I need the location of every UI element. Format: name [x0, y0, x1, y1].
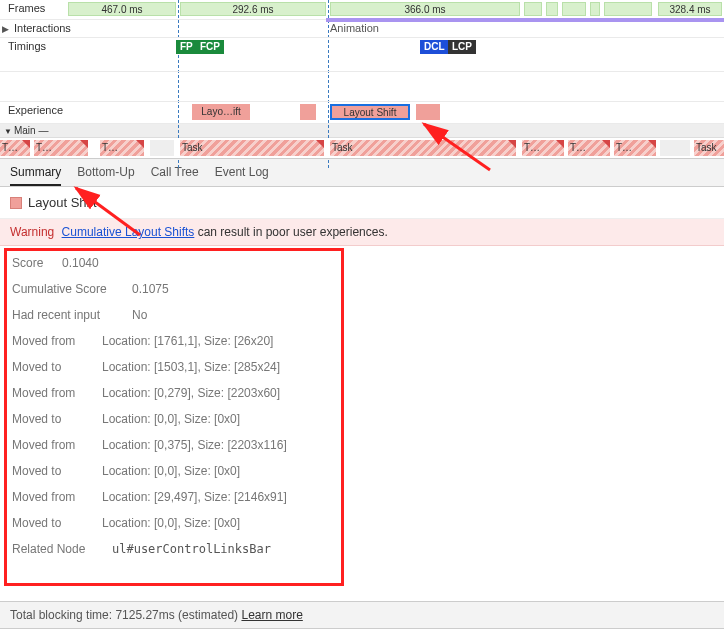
task-block[interactable] [660, 140, 690, 156]
warning-banner: Warning Cumulative Layout Shifts can res… [0, 219, 724, 246]
interactions-track-label: Interactions [14, 22, 71, 34]
related-node-value[interactable]: ul#userControlLinksBar [112, 542, 271, 556]
related-node-key: Related Node [12, 542, 102, 556]
related-node-row: Related Node ul#userControlLinksBar [0, 536, 724, 562]
layout-shift-block[interactable] [416, 104, 440, 120]
layout-shift-swatch [10, 197, 22, 209]
cumulative-value: 0.1075 [132, 282, 169, 296]
warning-label: Warning [10, 225, 54, 239]
task-block[interactable]: T… [0, 140, 30, 156]
event-title: Layout Shift [28, 195, 97, 210]
move-row: Moved from Location: [29,497], Size: [21… [0, 484, 724, 510]
tab-bottom-up[interactable]: Bottom-Up [77, 165, 134, 186]
timings-track: Timings FP FCP DCL LCP [0, 38, 724, 72]
footer-bar: Total blocking time: 7125.27ms (estimate… [0, 601, 724, 628]
timing-lcp[interactable]: LCP [448, 40, 476, 54]
animation-bar[interactable] [326, 18, 724, 22]
experience-track-label: Experience [8, 104, 63, 116]
interactions-track: ▶ Interactions Animation [0, 20, 724, 38]
spacer-track [0, 72, 724, 102]
tab-summary[interactable]: Summary [10, 165, 61, 186]
score-value: 0.1040 [62, 256, 99, 270]
frames-track: Frames 467.0 ms 292.6 ms 366.0 ms 328.4 … [0, 0, 724, 20]
frames-track-label: Frames [8, 2, 45, 14]
main-label: Main [14, 125, 36, 136]
timing-dcl[interactable]: DCL [420, 40, 449, 54]
score-key: Score [12, 256, 52, 270]
task-block[interactable]: T… [34, 140, 88, 156]
move-row: Moved to Location: [0,0], Size: [0x0] [0, 458, 724, 484]
details-tabs: Summary Bottom-Up Call Tree Event Log [0, 159, 724, 187]
cls-link[interactable]: Cumulative Layout Shifts [62, 225, 195, 239]
move-row: Moved to Location: [1503,1], Size: [285x… [0, 354, 724, 380]
layout-shift-block-selected[interactable]: Layout Shift [330, 104, 410, 120]
tab-call-tree[interactable]: Call Tree [151, 165, 199, 186]
task-block[interactable]: Task [330, 140, 516, 156]
recent-input-value: No [132, 308, 147, 322]
frame-block[interactable]: 467.0 ms [68, 2, 176, 16]
move-row: Moved to Location: [0,0], Size: [0x0] [0, 510, 724, 536]
move-row: Moved to Location: [0,0], Size: [0x0] [0, 406, 724, 432]
task-block[interactable]: Task [180, 140, 324, 156]
layout-shift-block[interactable] [300, 104, 316, 120]
learn-more-link[interactable]: Learn more [241, 608, 302, 622]
details-pane: Score 0.1040 Cumulative Score 0.1075 Had… [0, 246, 724, 568]
timings-track-label: Timings [8, 40, 46, 52]
layout-shift-block[interactable]: Layo…ift [192, 104, 250, 120]
timing-fp[interactable]: FP [176, 40, 197, 54]
frame-block[interactable]: 328.4 ms [658, 2, 722, 16]
expand-icon[interactable]: ▶ [2, 24, 9, 34]
recent-input-row: Had recent input No [0, 302, 724, 328]
task-block[interactable]: T… [100, 140, 144, 156]
task-block[interactable]: T… [522, 140, 564, 156]
move-row: Moved from Location: [1761,1], Size: [26… [0, 328, 724, 354]
task-block[interactable]: Task [694, 140, 724, 156]
score-row: Score 0.1040 [0, 250, 724, 276]
recent-input-key: Had recent input [12, 308, 122, 322]
tab-event-log[interactable]: Event Log [215, 165, 269, 186]
move-row: Moved from Location: [0,375], Size: [220… [0, 432, 724, 458]
event-subheader: Layout Shift [0, 187, 724, 219]
task-block[interactable]: T… [614, 140, 656, 156]
cumulative-key: Cumulative Score [12, 282, 122, 296]
move-row: Moved from Location: [0,279], Size: [220… [0, 380, 724, 406]
task-block[interactable] [150, 140, 174, 156]
frame-block[interactable] [546, 2, 558, 16]
frame-block[interactable] [604, 2, 652, 16]
task-row: T… T… T… Task Task T… T… T… Task [0, 138, 724, 158]
frame-block[interactable]: 366.0 ms [330, 2, 520, 16]
experience-track: Experience Layo…ift Layout Shift [0, 102, 724, 124]
collapse-icon: ▼ [4, 127, 12, 136]
animation-label: Animation [330, 22, 379, 34]
frame-block[interactable] [562, 2, 586, 16]
timing-fcp[interactable]: FCP [196, 40, 224, 54]
frame-block[interactable] [524, 2, 542, 16]
blocking-time-text: Total blocking time: 7125.27ms (estimate… [10, 608, 241, 622]
frame-block[interactable]: 292.6 ms [180, 2, 326, 16]
task-block[interactable]: T… [568, 140, 610, 156]
timeline-area: Frames 467.0 ms 292.6 ms 366.0 ms 328.4 … [0, 0, 724, 159]
cumulative-row: Cumulative Score 0.1075 [0, 276, 724, 302]
main-thread-header[interactable]: ▼Main — [0, 124, 724, 138]
frame-block[interactable] [590, 2, 600, 16]
warning-suffix: can result in poor user experiences. [194, 225, 387, 239]
